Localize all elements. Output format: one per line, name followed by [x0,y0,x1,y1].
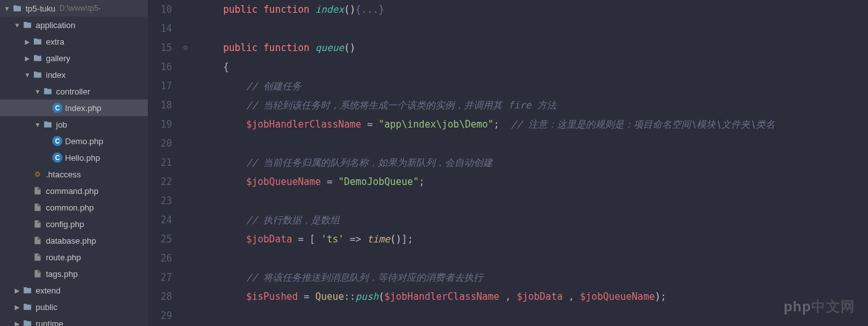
tree-root[interactable]: tp5-tuku D:\www\tp5- [0,0,148,17]
chevron-right-icon[interactable] [13,287,22,294]
line-number: 28 [148,287,172,306]
tree-item--htaccess[interactable]: ⚙.htaccess [0,166,148,182]
folder-icon [42,119,54,130]
code-line[interactable]: $isPushed = Queue::push($jobHandlerClass… [200,287,868,306]
line-number: 10 [148,0,172,19]
tree-item-common-php[interactable]: common.php [0,199,148,216]
folder-icon [22,19,33,31]
code-line[interactable]: public function queue() [200,38,868,57]
line-gutter: 1014151617181920212223242526272829 [148,0,180,326]
tree-item-route-php[interactable]: route.php [0,249,148,265]
chevron-right-icon[interactable] [13,304,22,311]
chevron-down-icon[interactable] [23,71,32,78]
tree-item-label: Index.php [65,103,101,113]
line-number: 14 [148,19,172,38]
tree-item-label: tags.php [46,269,78,279]
tree-root-path: D:\www\tp5- [59,4,101,13]
gutter-marker [180,19,191,38]
tree-item-gallery[interactable]: gallery [0,50,148,66]
tree-item-command-php[interactable]: command.php [0,182,148,199]
chevron-down-icon[interactable] [3,5,11,12]
tree-item-runtime[interactable]: runtime [0,315,148,326]
file-icon [32,251,43,263]
tree-item-application[interactable]: application [0,17,148,33]
folder-icon [32,69,43,80]
code-line[interactable]: $jobHandlerClassName = "app\index\job\De… [200,115,868,134]
gutter-marker [180,306,191,325]
tree-item-index[interactable]: index [0,66,148,83]
folder-icon [22,285,33,296]
line-number: 23 [148,191,172,211]
chevron-down-icon[interactable] [33,88,42,95]
code-line[interactable] [200,134,868,153]
code-line[interactable]: // 执行数据，是数组 [200,211,868,230]
code-line[interactable]: // 当轮到该任务时，系统将生成一个该类的实例，并调用其 fire 方法 [200,96,868,115]
code-line[interactable]: $jobData = [ 'ts' => time()]; [200,230,868,249]
file-icon [32,218,43,230]
line-number: 15 [148,38,172,57]
tree-item-label: gallery [46,54,70,63]
code-line[interactable] [200,306,868,325]
gutter-marker [180,0,191,19]
line-number: 19 [148,115,172,134]
file-icon [32,185,43,196]
tree-item-label: public [36,302,57,312]
tree-item-label: runtime [36,319,63,327]
chevron-down-icon[interactable] [13,22,22,29]
folder-icon [22,318,33,326]
folder-icon [32,36,43,47]
tree-item-label: config.php [46,219,84,229]
tree-item-label: extra [46,37,64,47]
code-line[interactable]: // 创建任务 [200,77,868,96]
watermark: php中文网 [784,297,855,316]
gutter-marker [180,249,191,268]
chevron-down-icon[interactable] [33,121,42,128]
code-line[interactable]: public function index(){...} [200,0,868,19]
code-area[interactable]: public function index(){...} public func… [191,0,868,326]
tree-item-controller[interactable]: controller [0,83,148,100]
chevron-right-icon[interactable] [13,320,22,327]
tree-item-extend[interactable]: extend [0,282,148,299]
chevron-right-icon[interactable] [23,38,32,45]
php-class-icon: C [52,103,62,113]
tree-item-label: .htaccess [46,170,81,179]
tree-item-config-php[interactable]: config.php [0,216,148,232]
chevron-right-icon[interactable] [23,55,32,62]
tree-item-Hello-php[interactable]: CHello.php [0,149,148,166]
code-line[interactable]: // 将该任务推送到消息队列，等待对应的消费者去执行 [200,268,868,287]
tree-item-public[interactable]: public [0,299,148,315]
tree-item-job[interactable]: job [0,116,148,133]
code-line[interactable]: $jobQueueName = "DemoJobQueue"; [200,172,868,191]
tree-item-label: command.php [46,186,98,196]
line-number: 22 [148,172,172,191]
tree-item-label: common.php [46,203,94,212]
line-number: 20 [148,134,172,153]
tree-root-label: tp5-tuku [25,4,55,13]
tree-item-label: Demo.php [65,137,103,146]
line-number: 26 [148,249,172,268]
code-line[interactable] [200,19,868,38]
tree-item-extra[interactable]: extra [0,33,148,50]
line-number: 29 [148,306,172,325]
file-tree-sidebar: tp5-tuku D:\www\tp5- applicationextragal… [0,0,148,326]
gutter-marker [180,115,191,134]
tree-item-database-php[interactable]: database.php [0,232,148,249]
gutter-marker [180,287,191,306]
gutter-marker [180,134,191,153]
gutter-marker: ◇ [180,38,191,57]
tree-item-tags-php[interactable]: tags.php [0,265,148,282]
tree-item-Index-php[interactable]: CIndex.php [0,100,148,116]
code-line[interactable]: // 当前任务归属的队列名称，如果为新队列，会自动创建 [200,153,868,172]
tree-item-label: job [56,120,67,130]
code-line[interactable] [200,191,868,211]
code-line[interactable]: { [200,57,868,77]
code-line[interactable] [200,249,868,268]
line-number: 25 [148,230,172,249]
tree-item-Demo-php[interactable]: CDemo.php [0,133,148,149]
gutter-marker [180,268,191,287]
gutter-marker [180,191,191,211]
marker-column: ◇ [180,0,191,326]
code-editor[interactable]: 1014151617181920212223242526272829 ◇ pub… [148,0,868,326]
tree-item-label: extend [36,286,61,295]
gutter-marker [180,153,191,172]
